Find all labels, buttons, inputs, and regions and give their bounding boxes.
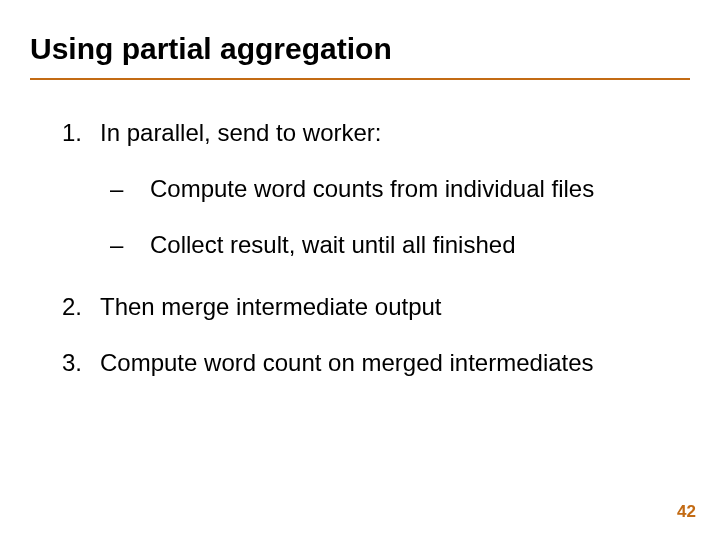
list-item-1: 1. In parallel, send to worker:: [62, 118, 690, 148]
list-text: Compute word counts from individual file…: [150, 174, 594, 204]
page-number: 42: [677, 502, 696, 522]
list-text: Then merge intermediate output: [100, 292, 442, 322]
list-text: Compute word count on merged intermediat…: [100, 348, 594, 378]
list-item-2: 2. Then merge intermediate output: [62, 292, 690, 322]
list-marker: 3.: [62, 348, 100, 378]
slide-body: 1. In parallel, send to worker: – Comput…: [0, 80, 720, 378]
slide: Using partial aggregation 1. In parallel…: [0, 0, 720, 540]
list-item-3: 3. Compute word count on merged intermed…: [62, 348, 690, 378]
slide-title: Using partial aggregation: [0, 0, 720, 74]
list-text: In parallel, send to worker:: [100, 118, 381, 148]
list-marker: –: [110, 174, 150, 204]
list-marker: –: [110, 230, 150, 260]
list-text: Collect result, wait until all finished: [150, 230, 516, 260]
list-subitem-1a: – Compute word counts from individual fi…: [110, 174, 690, 204]
list-subitem-1b: – Collect result, wait until all finishe…: [110, 230, 690, 260]
list-marker: 1.: [62, 118, 100, 148]
list-marker: 2.: [62, 292, 100, 322]
